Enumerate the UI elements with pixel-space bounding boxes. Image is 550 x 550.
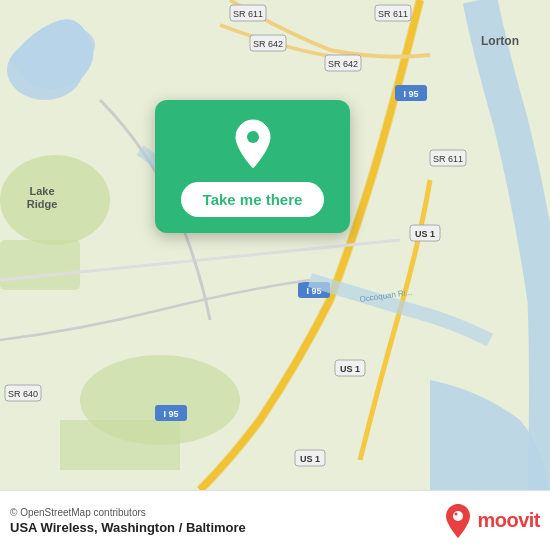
bottom-info: © OpenStreetMap contributors USA Wireles…	[10, 507, 246, 535]
svg-text:SR 611: SR 611	[378, 9, 408, 19]
svg-point-36	[247, 131, 259, 143]
svg-point-38	[455, 512, 458, 515]
svg-text:I 95: I 95	[403, 89, 418, 99]
svg-text:I 95: I 95	[163, 409, 178, 419]
map-container[interactable]: I 95 I 95 I 95 US 1 US 1 US 1 SR 611 SR …	[0, 0, 550, 490]
take-me-there-button[interactable]: Take me there	[181, 182, 325, 217]
svg-rect-4	[0, 240, 80, 290]
svg-text:SR 611: SR 611	[233, 9, 263, 19]
moovit-icon	[443, 503, 473, 539]
svg-text:SR 642: SR 642	[328, 59, 358, 69]
svg-point-37	[453, 511, 463, 521]
popup-card: Take me there	[155, 100, 350, 233]
svg-text:SR 611: SR 611	[433, 154, 463, 164]
moovit-text: moovit	[477, 509, 540, 532]
osm-attribution: © OpenStreetMap contributors	[10, 507, 246, 518]
location-title: USA Wireless, Washington / Baltimore	[10, 520, 246, 535]
moovit-logo: moovit	[443, 503, 540, 539]
svg-rect-6	[60, 420, 180, 470]
svg-text:SR 642: SR 642	[253, 39, 283, 49]
bottom-bar: © OpenStreetMap contributors USA Wireles…	[0, 490, 550, 550]
location-pin-icon	[230, 118, 276, 170]
map-background: I 95 I 95 I 95 US 1 US 1 US 1 SR 611 SR …	[0, 0, 550, 490]
svg-text:US 1: US 1	[415, 229, 435, 239]
svg-text:US 1: US 1	[340, 364, 360, 374]
svg-text:US 1: US 1	[300, 454, 320, 464]
svg-text:Ridge: Ridge	[27, 198, 58, 210]
svg-text:Lorton: Lorton	[481, 34, 519, 48]
svg-text:Lake: Lake	[29, 185, 54, 197]
location-icon-wrap	[227, 118, 279, 170]
svg-text:SR 640: SR 640	[8, 389, 38, 399]
